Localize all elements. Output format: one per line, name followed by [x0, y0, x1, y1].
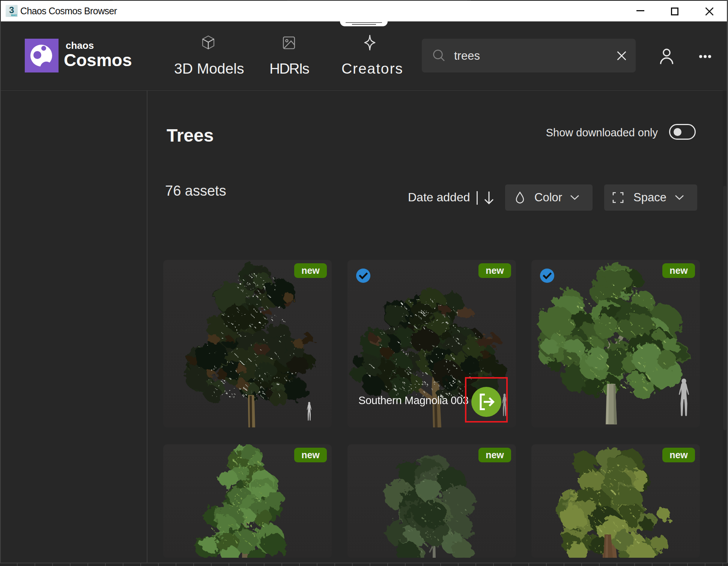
- svg-text:3: 3: [9, 5, 14, 15]
- svg-text:MAX: MAX: [11, 14, 17, 17]
